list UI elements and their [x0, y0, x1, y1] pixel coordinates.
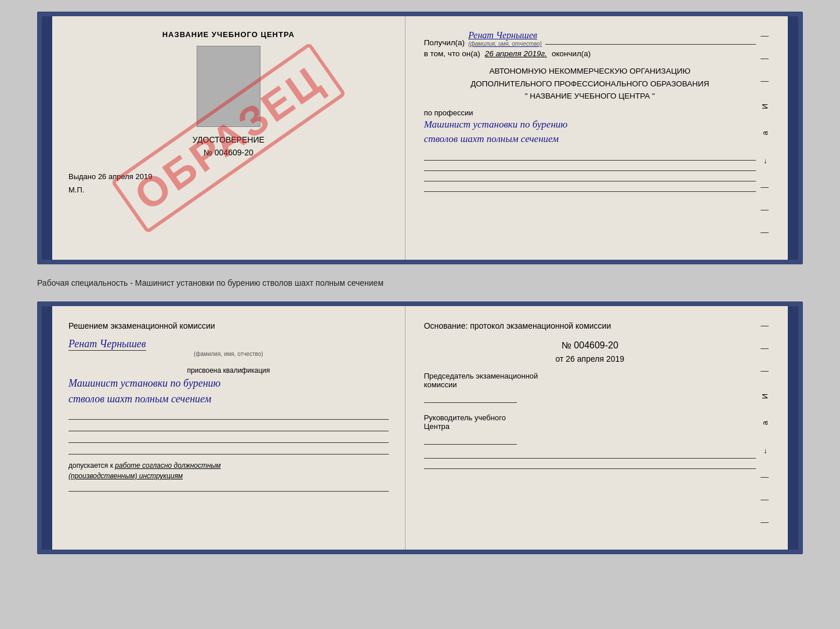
- right-arrow2: ←: [761, 448, 769, 455]
- brline1: [424, 452, 756, 459]
- brdash5: [761, 500, 769, 500]
- protocol-date: от 26 апреля 2019: [424, 354, 756, 363]
- right-content: Получил(а) Ренат Чернышев (фамилия, имя,…: [424, 30, 756, 246]
- bline4: [68, 448, 389, 455]
- bline3: [68, 436, 389, 443]
- line1: [424, 154, 756, 161]
- rdash2: [761, 59, 769, 59]
- bottom-lines: [68, 413, 389, 455]
- org-line3: " НАЗВАНИЕ УЧЕБНОГО ЦЕНТРА ": [424, 90, 756, 103]
- director-label: Руководитель учебного Центра: [424, 413, 756, 431]
- org-line2: ДОПОЛНИТЕЛЬНОГО ПРОФЕССИОНАЛЬНОГО ОБРАЗО…: [424, 78, 756, 90]
- right-и2: И: [761, 394, 769, 399]
- name-dash: [545, 44, 756, 45]
- top-doc-left: НАЗВАНИЕ УЧЕБНОГО ЦЕНТРА УДОСТОВЕРЕНИЕ №…: [52, 16, 405, 260]
- org-line1: АВТОНОМНУЮ НЕКОММЕРЧЕСКУЮ ОРГАНИЗАЦИЮ: [424, 65, 756, 78]
- brdash4: [761, 477, 769, 478]
- issued-date: 26 апреля 2019: [98, 172, 153, 181]
- received-label: Получил(а): [424, 38, 465, 47]
- protocol-date-prefix: от: [556, 354, 564, 363]
- right-и: И: [761, 104, 769, 109]
- separator-text: Рабочая специальность - Машинист установ…: [37, 275, 803, 291]
- protocol-number: № 004609-20: [424, 340, 756, 351]
- right-arrow: ←: [761, 158, 769, 165]
- brdash1: [761, 326, 769, 326]
- rdash1: [761, 36, 769, 37]
- right-inner: Получил(а) Ренат Чернышев (фамилия, имя,…: [424, 30, 769, 246]
- date-suffix: окончил(а): [552, 49, 591, 58]
- допускается-block: допускается к работе согласно должностны…: [68, 460, 389, 481]
- brline2: [424, 462, 756, 469]
- bottom-name-subtitle: (фамилия, имя, отчество): [68, 351, 389, 357]
- cert-stamp-label: УДОСТОВЕРЕНИЕ: [68, 135, 389, 144]
- org-block: АВТОНОМНУЮ НЕКОММЕРЧЕСКУЮ ОРГАНИЗАЦИЮ ДО…: [424, 65, 756, 103]
- profession-label: по профессии: [424, 108, 756, 117]
- spine-right-bottom: [788, 306, 798, 550]
- chairman-block: Председатель экзаменационной комиссии: [424, 372, 756, 403]
- date-prefix: в том, что он(а): [424, 49, 480, 58]
- bottom-name-block: Ренат Чернышев (фамилия, имя, отчество): [68, 338, 389, 357]
- received-line: Получил(а) Ренат Чернышев (фамилия, имя,…: [424, 30, 756, 47]
- date-value: 26 апреля 2019г.: [485, 49, 547, 58]
- right-bottom-lines: [424, 154, 756, 192]
- rdash4: [761, 187, 769, 188]
- qualification-label: присвоена квалификация: [68, 366, 389, 375]
- cert-number: № 004609-20: [68, 148, 389, 157]
- doc-inner-bottom: Решением экзаменационной комиссии Ренат …: [52, 306, 788, 550]
- cert-stamp: УДОСТОВЕРЕНИЕ № 004609-20: [68, 135, 389, 161]
- profession-block: по профессии Машинист установки по бурен…: [424, 108, 756, 147]
- date-line: в том, что он(а) 26 апреля 2019г. окончи…: [424, 49, 756, 58]
- rdash3: [761, 81, 769, 82]
- doc-inner-top: НАЗВАНИЕ УЧЕБНОГО ЦЕНТРА УДОСТОВЕРЕНИЕ №…: [52, 16, 788, 260]
- qualification-value: Машинист установки по бурению стволов ша…: [68, 376, 389, 407]
- name-subtitle: (фамилия, имя, отчество): [468, 41, 542, 47]
- right-а: а: [761, 131, 769, 135]
- rdash6: [761, 232, 769, 233]
- brdash3: [761, 371, 769, 372]
- cert-issued: Выдано 26 апреля 2019: [68, 172, 389, 181]
- bottom-right-inner: Основание: протокол экзаменационной коми…: [424, 320, 769, 536]
- cert-title: НАЗВАНИЕ УЧЕБНОГО ЦЕНТРА: [68, 30, 389, 39]
- bottom-doc-left: Решением экзаменационной комиссии Ренат …: [52, 306, 405, 550]
- rdash5: [761, 210, 769, 210]
- brdash2: [761, 348, 769, 349]
- bottom-right-lines: [424, 452, 756, 469]
- bottom-doc-right: Основание: протокол экзаменационной коми…: [405, 306, 788, 550]
- top-document: НАЗВАНИЕ УЧЕБНОГО ЦЕНТРА УДОСТОВЕРЕНИЕ №…: [37, 12, 803, 264]
- bottom-right-edge-dashes: И а ←: [761, 320, 769, 536]
- cert-mp: М.П.: [68, 186, 389, 194]
- cert-photo: [197, 46, 260, 127]
- decision-text: Решением экзаменационной комиссии: [68, 320, 389, 332]
- chairman-sig-line: [424, 391, 517, 403]
- top-doc-right: Получил(а) Ренат Чернышев (фамилия, имя,…: [405, 16, 788, 260]
- bottom-document: Решением экзаменационной комиссии Ренат …: [37, 301, 803, 554]
- received-name: Ренат Чернышев (фамилия, имя, отчество): [468, 30, 542, 47]
- spine-right-top: [788, 16, 798, 260]
- director-sig-line: [424, 433, 517, 445]
- right-а2: а: [761, 421, 769, 425]
- bline1: [68, 413, 389, 420]
- line2: [424, 164, 756, 171]
- director-block: Руководитель учебного Центра: [424, 413, 756, 445]
- issued-label: Выдано: [68, 172, 96, 181]
- line4: [424, 185, 756, 192]
- line3: [424, 174, 756, 181]
- basis-label: Основание: протокол экзаменационной коми…: [424, 320, 756, 332]
- допускается-label: допускается к: [68, 461, 113, 470]
- bline2: [68, 424, 389, 431]
- brdash6: [761, 522, 769, 523]
- bottom-name: Ренат Чернышев: [68, 338, 146, 351]
- spine-left-bottom: [42, 306, 52, 550]
- bottom-right-content: Основание: протокол экзаменационной коми…: [424, 320, 756, 536]
- допускается-line: [68, 485, 389, 492]
- spine-left: [42, 16, 52, 260]
- profession-value: Машинист установки по бурению стволов ша…: [424, 117, 756, 147]
- protocol-date-val: 26 апреля 2019: [566, 354, 624, 363]
- chairman-label: Председатель экзаменационной комиссии: [424, 372, 756, 389]
- right-edge-dashes: И а ←: [761, 30, 769, 246]
